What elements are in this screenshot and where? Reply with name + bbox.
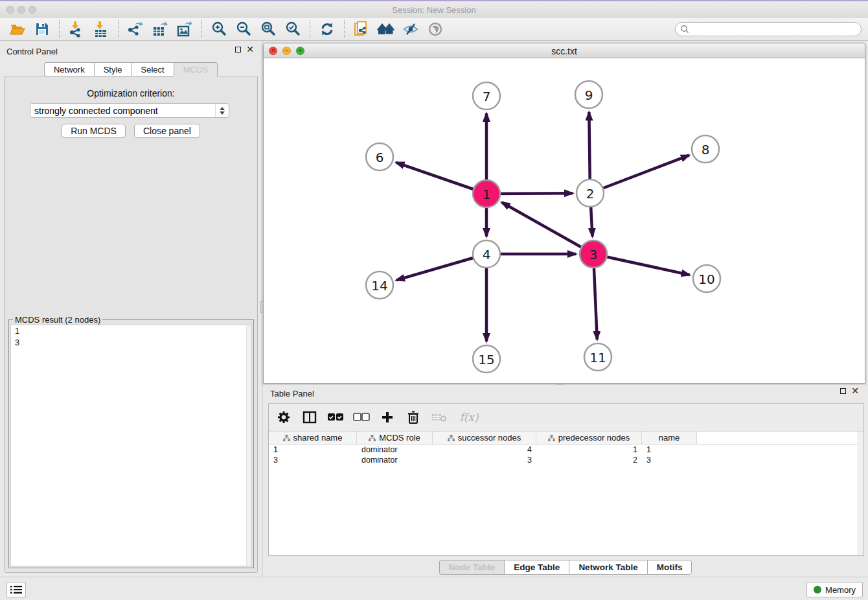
import-network-icon bbox=[68, 21, 85, 38]
mcds-result-title: MCDS result (2 nodes) bbox=[13, 315, 102, 325]
search-field[interactable] bbox=[675, 22, 862, 36]
tab-network[interactable]: Network bbox=[44, 62, 94, 76]
node-table: shared name MCDS role successor nodes pr… bbox=[269, 432, 858, 555]
table-toolbar: f(x) bbox=[269, 404, 863, 432]
show-all-button[interactable] bbox=[423, 19, 448, 39]
control-panel-tabs: Network Style Select MCDS bbox=[0, 62, 262, 76]
graph-edge-2-8[interactable] bbox=[590, 156, 689, 193]
result-scrollbar[interactable] bbox=[246, 325, 251, 566]
show-column-panel-button[interactable] bbox=[301, 409, 318, 426]
float-panel-icon[interactable] bbox=[235, 47, 241, 52]
zoom-in-button[interactable] bbox=[207, 19, 231, 39]
table-row[interactable]: 1 dominator 4 1 1 bbox=[269, 444, 858, 455]
cell-name[interactable]: 3 bbox=[642, 455, 697, 465]
cell-successor-nodes[interactable]: 4 bbox=[433, 444, 536, 455]
column-header-successor-nodes[interactable]: successor nodes bbox=[433, 432, 536, 444]
graph-node-14[interactable]: 14 bbox=[366, 271, 393, 299]
create-column-button[interactable] bbox=[379, 409, 396, 426]
export-table-icon bbox=[152, 21, 168, 38]
unchecked-boxes-icon bbox=[353, 413, 370, 422]
tab-mcds[interactable]: MCDS bbox=[174, 62, 218, 76]
graph-node-4[interactable]: 4 bbox=[473, 240, 500, 268]
tab-style[interactable]: Style bbox=[94, 62, 131, 76]
cell-name[interactable]: 1 bbox=[642, 444, 697, 455]
select-all-columns-button[interactable] bbox=[327, 409, 344, 426]
float-panel-icon[interactable] bbox=[840, 388, 846, 394]
graph-node-7[interactable]: 7 bbox=[473, 82, 500, 110]
column-label: shared name bbox=[293, 433, 343, 443]
graph-edge-3-1[interactable] bbox=[502, 202, 593, 254]
mcds-result-list[interactable]: 1 3 bbox=[10, 325, 252, 566]
delete-table-button[interactable] bbox=[431, 409, 448, 426]
graph-node-9[interactable]: 9 bbox=[575, 81, 602, 108]
cell-shared-name[interactable]: 1 bbox=[269, 444, 357, 455]
column-header-name[interactable]: name bbox=[642, 432, 697, 444]
import-table-button[interactable] bbox=[89, 19, 113, 39]
network-canvas[interactable]: 7968124314101511 bbox=[264, 58, 865, 383]
tab-network-table[interactable]: Network Table bbox=[569, 560, 646, 575]
unselect-all-columns-button[interactable] bbox=[353, 409, 370, 426]
task-history-button[interactable] bbox=[6, 582, 26, 597]
cell-predecessor-nodes[interactable]: 1 bbox=[536, 444, 642, 455]
network-document-icon bbox=[353, 21, 370, 38]
memory-button[interactable]: Memory bbox=[806, 582, 863, 597]
zoom-out-button[interactable] bbox=[231, 19, 256, 39]
tab-select[interactable]: Select bbox=[131, 62, 174, 76]
eye-icon bbox=[427, 21, 444, 37]
table-settings-button[interactable] bbox=[275, 409, 292, 426]
houses-icon bbox=[377, 21, 395, 37]
column-header-predecessor-nodes[interactable]: predecessor nodes bbox=[536, 432, 642, 444]
fx-icon: f(x) bbox=[459, 411, 478, 424]
criterion-dropdown[interactable]: strongly connected component bbox=[30, 103, 229, 118]
zoom-selected-button[interactable] bbox=[280, 19, 305, 39]
tab-motifs[interactable]: Motifs bbox=[647, 560, 692, 575]
cell-mcds-role[interactable]: dominator bbox=[357, 444, 433, 455]
network-window-titlebar[interactable]: ✕ − + scc.txt bbox=[264, 43, 865, 58]
close-panel-icon[interactable]: ✕ bbox=[851, 387, 859, 394]
graph-node-6[interactable]: 6 bbox=[366, 143, 393, 170]
export-image-button[interactable] bbox=[172, 19, 197, 39]
import-network-button[interactable] bbox=[64, 19, 89, 39]
close-panel-icon[interactable]: ✕ bbox=[246, 46, 254, 52]
open-session-button[interactable] bbox=[5, 19, 30, 39]
cell-mcds-role[interactable]: dominator bbox=[357, 455, 433, 465]
zoom-fit-button[interactable] bbox=[256, 19, 280, 39]
column-header-shared-name[interactable]: shared name bbox=[269, 432, 357, 444]
function-builder-button[interactable]: f(x) bbox=[457, 409, 481, 426]
save-session-button[interactable] bbox=[30, 19, 54, 39]
search-input[interactable] bbox=[692, 25, 861, 34]
graph-node-3[interactable]: 3 bbox=[580, 240, 607, 268]
graph-node-1[interactable]: 1 bbox=[473, 180, 500, 207]
graph-node-label: 11 bbox=[589, 350, 606, 365]
hierarchy-icon bbox=[548, 435, 555, 441]
first-neighbors-button[interactable] bbox=[374, 19, 398, 39]
network-window-title: scc.txt bbox=[264, 46, 865, 56]
run-mcds-button[interactable]: Run MCDS bbox=[62, 124, 126, 138]
network-graph[interactable]: 7968124314101511 bbox=[264, 58, 865, 383]
column-header-mcds-role[interactable]: MCDS role bbox=[357, 432, 433, 444]
graph-node-11[interactable]: 11 bbox=[584, 343, 611, 371]
cell-predecessor-nodes[interactable]: 2 bbox=[536, 455, 642, 465]
graph-node-8[interactable]: 8 bbox=[692, 135, 719, 163]
export-network-button[interactable] bbox=[123, 19, 148, 39]
graph-node-2[interactable]: 2 bbox=[577, 179, 604, 207]
hide-selected-button[interactable] bbox=[398, 19, 423, 39]
cell-successor-nodes[interactable]: 3 bbox=[433, 455, 536, 465]
tab-edge-table[interactable]: Edge Table bbox=[504, 560, 569, 575]
column-label: name bbox=[659, 433, 680, 443]
graph-node-10[interactable]: 10 bbox=[693, 265, 720, 292]
apply-layout-button[interactable] bbox=[315, 19, 339, 39]
new-network-from-selection-button[interactable] bbox=[349, 19, 374, 39]
columns-icon bbox=[303, 411, 317, 424]
graph-edge-3-10[interactable] bbox=[593, 254, 690, 275]
table-panel-tabs: Node Table Edge Table Network Table Moti… bbox=[263, 560, 868, 575]
delete-column-button[interactable] bbox=[405, 409, 422, 426]
table-row[interactable]: 3 dominator 3 2 3 bbox=[269, 455, 858, 465]
cell-shared-name[interactable]: 3 bbox=[269, 455, 357, 465]
export-table-button[interactable] bbox=[148, 19, 172, 39]
close-panel-button[interactable]: Close panel bbox=[134, 124, 200, 138]
tab-node-table[interactable]: Node Table bbox=[439, 560, 505, 575]
control-panel: Control Panel ✕ Network Style Select MCD… bbox=[0, 41, 262, 577]
graph-node-15[interactable]: 15 bbox=[473, 345, 500, 373]
table-scrollbar[interactable] bbox=[858, 432, 863, 555]
